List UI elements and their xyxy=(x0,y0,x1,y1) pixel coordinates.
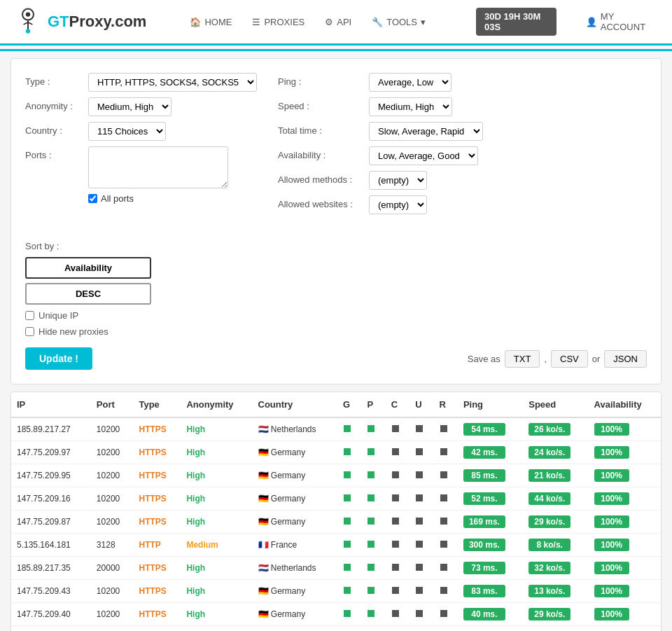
speed-badge: 32 ko/s. xyxy=(528,562,570,574)
allowed-methods-label: Allowed methods : xyxy=(278,171,362,185)
col-c: C xyxy=(386,392,410,417)
speed-badge: 26 ko/s. xyxy=(528,423,570,436)
sq-icon xyxy=(392,587,399,594)
hide-new-checkbox[interactable] xyxy=(25,327,34,336)
cell-ping: 40 ms. xyxy=(458,603,523,626)
availability-sort-button[interactable]: Availability xyxy=(25,257,151,279)
json-button[interactable]: JSON xyxy=(604,350,647,368)
nav-tools[interactable]: 🔧 TOOLS ▾ xyxy=(363,13,434,32)
cell-port: 10200 xyxy=(91,626,134,632)
speed-badge: 29 ko/s. xyxy=(528,608,570,620)
cell-avail: 100% xyxy=(589,487,661,511)
speed-select[interactable]: Medium, High xyxy=(369,97,452,116)
col-availability: Availability xyxy=(589,392,661,417)
cell-country: 🇩🇪 Germany xyxy=(253,441,338,464)
sq-icon xyxy=(392,471,399,478)
availability-select[interactable]: Low, Average, Good xyxy=(369,146,478,165)
col-country: Country xyxy=(253,392,338,417)
allowed-websites-row: Allowed websites : (empty) xyxy=(278,195,502,214)
gear-icon: ⚙ xyxy=(325,17,333,27)
type-select[interactable]: HTTP, HTTPS, SOCKS4, SOCKS5 xyxy=(88,73,257,92)
nav-api[interactable]: ⚙ API xyxy=(316,13,360,32)
avail-badge: 100% xyxy=(594,469,629,482)
filter-left-col: Type : HTTP, HTTPS, SOCKS4, SOCKS5 Anony… xyxy=(25,73,257,220)
speed-badge: 21 ko/s. xyxy=(528,469,570,482)
list-icon: ☰ xyxy=(252,17,260,27)
header-divider xyxy=(0,49,672,51)
sq-icon xyxy=(392,564,399,571)
ping-select[interactable]: Average, Low xyxy=(369,73,451,92)
sq-icon xyxy=(344,518,351,525)
my-account-link[interactable]: 👤 MY ACCOUNT xyxy=(578,7,658,36)
svg-point-5 xyxy=(26,29,30,33)
desc-sort-button[interactable]: DESC xyxy=(25,283,151,305)
cell-country: 🇩🇪 Germany xyxy=(253,464,338,487)
cell-c xyxy=(386,511,410,534)
nav-proxies[interactable]: ☰ PROXIES xyxy=(244,13,313,32)
logo-rest: Proxy.com xyxy=(69,13,147,30)
cell-ping: 73 ms. xyxy=(458,557,523,580)
ping-badge: 73 ms. xyxy=(463,562,505,574)
cell-speed: 44 ko/s. xyxy=(523,487,588,511)
my-account-label: MY ACCOUNT xyxy=(601,11,650,32)
cell-g xyxy=(337,626,361,632)
col-speed: Speed xyxy=(523,392,588,417)
country-select[interactable]: 115 Choices xyxy=(88,122,166,141)
cell-port: 10200 xyxy=(91,603,134,626)
logo[interactable]: GTProxy.com xyxy=(14,8,146,36)
avail-badge: 100% xyxy=(594,492,629,505)
txt-button[interactable]: TXT xyxy=(505,350,540,368)
cell-ip: 5.135.164.181 xyxy=(11,534,91,557)
cell-p xyxy=(361,626,385,632)
cell-ping: 52 ms. xyxy=(458,487,523,511)
ping-badge: 40 ms. xyxy=(463,608,505,620)
update-button[interactable]: Update ! xyxy=(25,347,92,370)
cell-ping: 169 ms. xyxy=(458,511,523,534)
sort-by-label: Sort by : xyxy=(25,241,59,251)
sq-icon xyxy=(416,471,423,478)
sq-icon xyxy=(368,448,374,455)
unique-ip-checkbox[interactable] xyxy=(25,311,34,320)
sq-icon xyxy=(440,448,447,455)
cell-c xyxy=(386,487,410,511)
sq-icon xyxy=(392,448,399,455)
sq-icon xyxy=(368,518,374,525)
filter-bottom: Update ! Save as TXT , CSV or JSON xyxy=(25,347,647,370)
col-u: U xyxy=(410,392,433,417)
cell-type: HTTPS xyxy=(133,511,181,534)
col-anonymity: Anonymity xyxy=(181,392,252,417)
nav-home-label: HOME xyxy=(204,17,232,27)
all-ports-checkbox[interactable] xyxy=(88,194,97,203)
cell-country: 🇫🇷 France xyxy=(253,534,338,557)
sq-icon xyxy=(416,494,423,501)
cell-r xyxy=(434,511,458,534)
ports-section: All ports xyxy=(88,146,228,204)
cell-speed: 18 ko/s. xyxy=(523,626,588,632)
sq-icon xyxy=(368,587,374,594)
ports-textarea[interactable] xyxy=(88,146,228,188)
sq-icon xyxy=(440,425,447,432)
total-time-select[interactable]: Slow, Average, Rapid xyxy=(369,122,483,141)
cell-u xyxy=(410,441,433,464)
flag-icon: 🇩🇪 xyxy=(258,494,269,504)
cell-country: 🇳🇱 Netherlands xyxy=(253,557,338,580)
anonymity-select[interactable]: Medium, High xyxy=(88,97,172,116)
cell-type: HTTPS xyxy=(133,603,181,626)
sq-icon xyxy=(344,448,351,455)
cell-r xyxy=(434,487,458,511)
hide-new-label: Hide new proxies xyxy=(38,326,108,337)
cell-ip: 147.75.209.95 xyxy=(11,464,91,487)
allowed-methods-select[interactable]: (empty) xyxy=(369,171,427,190)
sq-icon xyxy=(440,471,447,478)
cell-avail: 100% xyxy=(589,464,661,487)
nav-home[interactable]: 🏠 HOME xyxy=(181,13,240,32)
speed-label: Speed : xyxy=(278,97,362,111)
sq-icon xyxy=(392,541,399,548)
cell-r xyxy=(434,534,458,557)
cell-g xyxy=(337,464,361,487)
sq-icon xyxy=(392,425,399,432)
cell-avail: 100% xyxy=(589,441,661,464)
csv-button[interactable]: CSV xyxy=(551,350,588,368)
cell-u xyxy=(410,511,433,534)
allowed-websites-select[interactable]: (empty) xyxy=(369,195,427,214)
